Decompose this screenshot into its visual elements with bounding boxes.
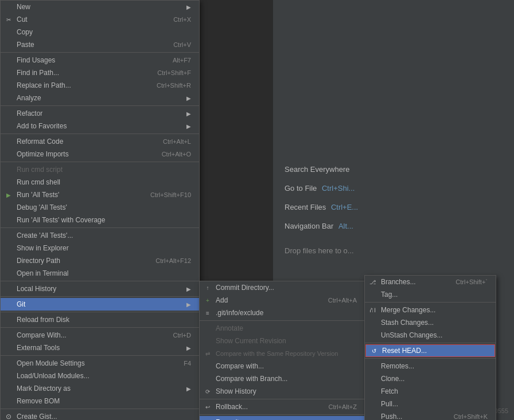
- file-icon: ≡: [203, 308, 212, 317]
- rollback-icon: ↩: [203, 402, 212, 411]
- reset-icon: ↺: [369, 346, 379, 355]
- separator-9: [1, 327, 199, 328]
- search-everywhere-hint: Search Everywhere: [285, 165, 349, 174]
- menu-item-cut[interactable]: ✂ Cut Ctrl+X: [1, 13, 199, 26]
- refactor-arrow: ▶: [186, 111, 191, 117]
- menu-item-open-module-settings[interactable]: Open Module Settings F4: [1, 357, 199, 370]
- cut-icon: ✂: [4, 15, 13, 24]
- separator-7: [1, 296, 199, 297]
- menu-item-rollback[interactable]: ↩ Rollback... Ctrl+Alt+Z: [200, 401, 365, 413]
- navigation-bar-hint: Navigation Bar Alt...: [285, 222, 353, 230]
- menu-item-mark-directory-as[interactable]: Mark Directory as ▶: [1, 382, 199, 395]
- new-label: New: [17, 3, 30, 11]
- repository-submenu: ⎇ Branches... Ctrl+Shift+` Tag... ⛙ Merg…: [364, 275, 496, 420]
- menu-item-reformat-code[interactable]: Reformat Code Ctrl+Alt+L: [1, 135, 199, 148]
- menu-item-pull[interactable]: Pull...: [365, 398, 496, 410]
- go-to-file-hint: Go to File Ctrl+Shi...: [285, 184, 355, 193]
- menu-item-replace-in-path[interactable]: Replace in Path... Ctrl+Shift+R: [1, 79, 199, 92]
- menu-item-repository[interactable]: Repository ▶: [200, 416, 365, 420]
- repo-separator-3: [365, 358, 496, 359]
- commit-icon: ↑: [203, 283, 212, 292]
- menu-item-refactor[interactable]: Refactor ▶: [1, 107, 199, 120]
- menu-item-git-info-exclude[interactable]: ≡ .git/info/exclude: [200, 307, 365, 319]
- menu-item-find-usages[interactable]: Find Usages Alt+F7: [1, 54, 199, 66]
- menu-item-run-cmd-shell[interactable]: Run cmd shell: [1, 176, 199, 189]
- menu-item-show-history[interactable]: ⟳ Show History: [200, 385, 365, 398]
- recent-files-hint: Recent Files Ctrl+E...: [285, 203, 358, 211]
- menu-item-run-all-tests[interactable]: ▶ Run 'All Tests' Ctrl+Shift+F10: [1, 189, 199, 201]
- menu-item-reload-from-disk[interactable]: Reload from Disk: [1, 313, 199, 326]
- git-submenu: ↑ Commit Directory... + Add Ctrl+Alt+A ≡…: [199, 281, 365, 420]
- menu-item-commit-directory[interactable]: ↑ Commit Directory...: [200, 281, 365, 294]
- menu-item-compare-with-branch[interactable]: Compare with Branch...: [200, 372, 365, 385]
- history-icon: ⟳: [203, 387, 212, 396]
- repo-separator-2: [365, 343, 496, 343]
- menu-item-new[interactable]: New ▶: [1, 1, 199, 13]
- menu-item-remotes[interactable]: Remotes...: [365, 360, 496, 372]
- menu-item-push[interactable]: Push... Ctrl+Shift+K: [365, 410, 496, 420]
- separator-4: [1, 162, 199, 162]
- analyze-arrow: ▶: [186, 95, 191, 101]
- menu-item-clone[interactable]: Clone...: [365, 372, 496, 385]
- new-arrow: ▶: [186, 4, 191, 10]
- separator-5: [1, 227, 199, 228]
- menu-item-load-unload-modules[interactable]: Load/Unload Modules...: [1, 370, 199, 382]
- menu-item-find-in-path[interactable]: Find in Path... Ctrl+Shift+F: [1, 66, 199, 79]
- separator-6: [1, 281, 199, 281]
- git-separator-2: [200, 399, 365, 399]
- menu-item-stash-changes[interactable]: Stash Changes...: [365, 316, 496, 329]
- menu-item-run-cmd-script[interactable]: Run cmd script: [1, 163, 199, 176]
- separator-8: [1, 312, 199, 312]
- external-tools-arrow: ▶: [186, 345, 191, 351]
- menu-item-reset-head[interactable]: ↺ Reset HEAD...: [365, 344, 495, 357]
- menu-item-remove-bom[interactable]: Remove BOM: [1, 395, 199, 407]
- menu-item-compare-with[interactable]: Compare With... Ctrl+D: [1, 329, 199, 342]
- local-history-arrow: ▶: [186, 286, 191, 292]
- add-icon: +: [203, 296, 212, 305]
- menu-item-create-all-tests[interactable]: Create 'All Tests'...: [1, 229, 199, 242]
- merge-icon: ⛙: [368, 305, 377, 315]
- git-separator-1: [200, 320, 365, 321]
- separator-10: [1, 355, 199, 356]
- menu-item-local-history[interactable]: Local History ▶: [1, 282, 199, 295]
- run-icon: ▶: [4, 190, 13, 199]
- menu-item-directory-path[interactable]: Directory Path Ctrl+Alt+F12: [1, 254, 199, 267]
- menu-item-show-in-explorer[interactable]: Show in Explorer: [1, 242, 199, 254]
- menu-item-create-gist[interactable]: ⊙ Create Gist...: [1, 410, 199, 420]
- separator-1: [1, 52, 199, 53]
- context-menu-l1: New ▶ ✂ Cut Ctrl+X Copy Paste Ctrl+V Fin…: [0, 0, 200, 420]
- menu-item-copy[interactable]: Copy: [1, 26, 199, 38]
- menu-item-paste[interactable]: Paste Ctrl+V: [1, 38, 199, 51]
- menu-item-git[interactable]: Git ▶: [1, 298, 199, 311]
- menu-item-add[interactable]: + Add Ctrl+Alt+A: [200, 294, 365, 307]
- menu-item-tag[interactable]: Tag...: [365, 288, 496, 301]
- menu-item-branches[interactable]: ⎇ Branches... Ctrl+Shift+`: [365, 276, 496, 288]
- menu-item-annotate[interactable]: Annotate: [200, 322, 365, 335]
- menu-item-external-tools[interactable]: External Tools ▶: [1, 342, 199, 354]
- mark-dir-arrow: ▶: [186, 386, 191, 392]
- separator-2: [1, 105, 199, 106]
- github-icon: ⊙: [4, 412, 13, 420]
- favorites-arrow: ▶: [186, 123, 191, 129]
- menu-item-open-in-terminal[interactable]: Open in Terminal: [1, 267, 199, 280]
- drop-files-area: Drop files here to o...: [285, 246, 354, 255]
- menu-item-compare-same-repo[interactable]: ⇄ Compare with the Same Repository Versi…: [200, 347, 365, 360]
- menu-item-run-all-tests-coverage[interactable]: Run 'All Tests' with Coverage: [1, 214, 199, 226]
- menu-item-show-current-revision[interactable]: Show Current Revision: [200, 335, 365, 347]
- menu-item-compare-with-git[interactable]: Compare with...: [200, 360, 365, 372]
- separator-3: [1, 134, 199, 134]
- menu-item-optimize-imports[interactable]: Optimize Imports Ctrl+Alt+O: [1, 148, 199, 160]
- branches-icon: ⎇: [368, 277, 377, 286]
- compare-icon: ⇄: [203, 349, 212, 358]
- menu-item-fetch[interactable]: Fetch: [365, 385, 496, 398]
- menu-item-debug-all-tests[interactable]: Debug 'All Tests': [1, 201, 199, 214]
- git-separator-3: [200, 414, 365, 415]
- menu-item-unstash-changes[interactable]: UnStash Changes...: [365, 329, 496, 342]
- separator-11: [1, 409, 199, 409]
- menu-item-analyze[interactable]: Analyze ▶: [1, 92, 199, 104]
- menu-item-merge-changes[interactable]: ⛙ Merge Changes...: [365, 304, 496, 316]
- menu-item-add-to-favorites[interactable]: Add to Favorites ▶: [1, 120, 199, 132]
- repo-separator-1: [365, 302, 496, 303]
- git-arrow: ▶: [186, 301, 191, 308]
